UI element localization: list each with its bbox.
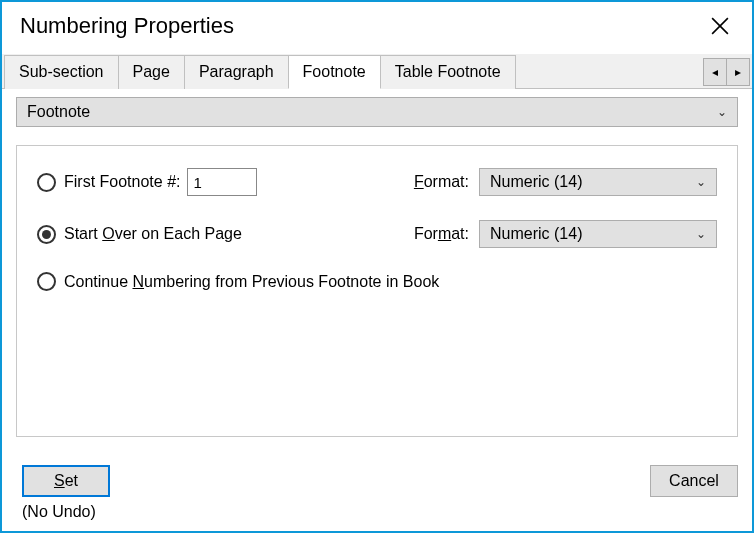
radio-continue-label: Continue Numbering from Previous Footnot…	[64, 273, 439, 291]
tab-panel-footnote: Footnote ⌄ First Footnote #: Format: Num…	[2, 89, 752, 451]
radio-icon	[37, 173, 56, 192]
close-icon	[711, 17, 729, 35]
button-bar: Set Cancel	[2, 451, 752, 501]
tab-scroll-left[interactable]: ◂	[703, 58, 727, 86]
first-footnote-number-input[interactable]	[187, 168, 257, 196]
tabstrip: Sub-section Page Paragraph Footnote Tabl…	[2, 54, 752, 89]
radio-icon	[37, 225, 56, 244]
titlebar: Numbering Properties	[2, 2, 752, 54]
format2-select[interactable]: Numeric (14) ⌄	[479, 220, 717, 248]
radio-first-footnote[interactable]: First Footnote #:	[37, 173, 181, 192]
section-selector-label: Footnote	[27, 103, 90, 121]
format1-label: Format:	[414, 173, 469, 191]
radio-first-footnote-label: First Footnote #:	[64, 173, 181, 191]
radio-start-over-label: Start Over on Each Page	[64, 225, 242, 243]
chevron-down-icon: ⌄	[696, 227, 706, 241]
radio-continue[interactable]: Continue Numbering from Previous Footnot…	[37, 272, 439, 291]
dialog-window: Numbering Properties Sub-section Page Pa…	[0, 0, 754, 533]
close-button[interactable]	[702, 8, 738, 44]
row-first-footnote: First Footnote #: Format: Numeric (14) ⌄	[37, 168, 717, 196]
section-selector[interactable]: Footnote ⌄	[16, 97, 738, 127]
set-button[interactable]: Set	[22, 465, 110, 497]
format2-label: Format:	[414, 225, 469, 243]
format2-value: Numeric (14)	[490, 225, 582, 243]
tab-page[interactable]: Page	[118, 55, 185, 89]
row-continue: Continue Numbering from Previous Footnot…	[37, 272, 717, 291]
format1-value: Numeric (14)	[490, 173, 582, 191]
row-start-over: Start Over on Each Page Format: Numeric …	[37, 220, 717, 248]
tab-footnote[interactable]: Footnote	[288, 55, 381, 89]
no-undo-hint: (No Undo)	[2, 501, 752, 531]
options-group: First Footnote #: Format: Numeric (14) ⌄…	[16, 145, 738, 437]
tab-sub-section[interactable]: Sub-section	[4, 55, 119, 89]
radio-start-over[interactable]: Start Over on Each Page	[37, 225, 242, 244]
tab-scroll-right[interactable]: ▸	[726, 58, 750, 86]
cancel-button[interactable]: Cancel	[650, 465, 738, 497]
radio-icon	[37, 272, 56, 291]
chevron-down-icon: ⌄	[696, 175, 706, 189]
format1-select[interactable]: Numeric (14) ⌄	[479, 168, 717, 196]
dialog-title: Numbering Properties	[20, 13, 234, 39]
tab-table-footnote[interactable]: Table Footnote	[380, 55, 516, 89]
tab-paragraph[interactable]: Paragraph	[184, 55, 289, 89]
chevron-down-icon: ⌄	[717, 105, 727, 119]
tab-scroll-controls: ◂ ▸	[704, 58, 750, 86]
